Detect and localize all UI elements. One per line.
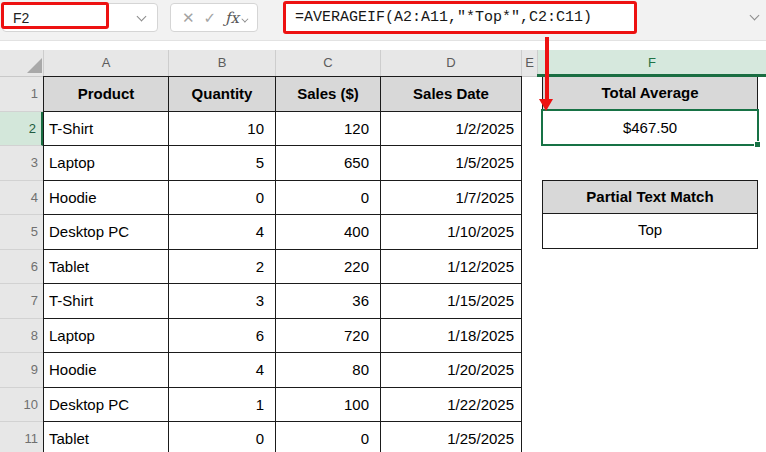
cell[interactable]: 1/15/2025 bbox=[381, 284, 522, 319]
chevron-down-icon bbox=[241, 15, 248, 22]
table-row: Desktop PC 4 400 1/10/2025 bbox=[44, 215, 522, 250]
selected-cell-f2[interactable]: $467.50 bbox=[541, 109, 759, 146]
name-box[interactable]: F2 bbox=[2, 3, 158, 32]
column-header-d[interactable]: D bbox=[380, 50, 521, 76]
enter-icon[interactable]: ✓ bbox=[203, 10, 216, 25]
cell[interactable]: 1/7/2025 bbox=[381, 180, 522, 215]
cell[interactable]: 650 bbox=[276, 146, 381, 181]
cell[interactable]: Desktop PC bbox=[44, 215, 169, 250]
cell[interactable]: 1/12/2025 bbox=[381, 249, 522, 284]
selected-column-underline bbox=[537, 74, 766, 78]
cell[interactable]: 2 bbox=[169, 249, 276, 284]
cell[interactable]: 100 bbox=[276, 387, 381, 422]
table-header-cell[interactable]: Sales Date bbox=[381, 77, 522, 112]
row-header-10[interactable]: 10 bbox=[0, 388, 43, 423]
row-header-2[interactable]: 2 bbox=[0, 112, 43, 147]
fx-icon: ƒx bbox=[225, 9, 239, 27]
cell[interactable]: 4 bbox=[169, 353, 276, 388]
criteria-block: Partial Text Match Top bbox=[542, 180, 758, 249]
spreadsheet-app: F2 ✕ ✓ ƒx =AVERAGEIF(A2:A11,"*Top*",C2:C… bbox=[0, 0, 766, 452]
column-header-e[interactable]: E bbox=[521, 50, 537, 76]
cell[interactable]: 220 bbox=[276, 249, 381, 284]
cell[interactable]: 1/22/2025 bbox=[381, 387, 522, 422]
formula-toolbar: F2 ✕ ✓ ƒx =AVERAGEIF(A2:A11,"*Top*",C2:C… bbox=[0, 0, 766, 41]
column-header-b[interactable]: B bbox=[168, 50, 275, 76]
row-header-1[interactable]: 1 bbox=[0, 77, 43, 112]
table-header-cell[interactable]: Quantity bbox=[169, 77, 276, 112]
fill-handle[interactable] bbox=[754, 141, 761, 148]
cell[interactable]: 5 bbox=[169, 146, 276, 181]
row-header-9[interactable]: 9 bbox=[0, 353, 43, 388]
cell[interactable]: Tablet bbox=[44, 249, 169, 284]
name-box-value: F2 bbox=[13, 4, 29, 32]
table-header-row: Product Quantity Sales ($) Sales Date bbox=[44, 77, 522, 112]
cell[interactable]: 0 bbox=[169, 180, 276, 215]
cell[interactable]: T-Shirt bbox=[44, 284, 169, 319]
row-header-6[interactable]: 6 bbox=[0, 250, 43, 285]
cell[interactable]: 1/10/2025 bbox=[381, 215, 522, 250]
cell[interactable]: 0 bbox=[276, 180, 381, 215]
cell[interactable]: Laptop bbox=[44, 318, 169, 353]
annotation-arrow-line bbox=[545, 37, 549, 101]
cell[interactable]: 1 bbox=[169, 387, 276, 422]
cell[interactable]: 1/18/2025 bbox=[381, 318, 522, 353]
row-header-8[interactable]: 8 bbox=[0, 319, 43, 354]
cell[interactable]: 120 bbox=[276, 111, 381, 146]
row-header-5[interactable]: 5 bbox=[0, 215, 43, 250]
cancel-icon[interactable]: ✕ bbox=[182, 10, 195, 25]
total-average-value: $467.50 bbox=[623, 119, 677, 136]
table-row: Hoodie 0 0 1/7/2025 bbox=[44, 180, 522, 215]
formula-bar-expand-icon[interactable] bbox=[750, 11, 760, 21]
cell[interactable]: Laptop bbox=[44, 146, 169, 181]
table-row: Tablet 2 220 1/12/2025 bbox=[44, 249, 522, 284]
table-row: T-Shirt 10 120 1/2/2025 bbox=[44, 111, 522, 146]
insert-function-button[interactable]: ƒx bbox=[225, 9, 246, 27]
chevron-down-icon[interactable] bbox=[137, 12, 147, 22]
column-header-c[interactable]: C bbox=[275, 50, 380, 76]
table-row: Laptop 6 720 1/18/2025 bbox=[44, 318, 522, 353]
partial-text-match-header-cell[interactable]: Partial Text Match bbox=[542, 180, 758, 215]
row-header-7[interactable]: 7 bbox=[0, 284, 43, 319]
table-header-cell[interactable]: Sales ($) bbox=[276, 77, 381, 112]
cell[interactable]: 4 bbox=[169, 215, 276, 250]
table-header-cell[interactable]: Product bbox=[44, 77, 169, 112]
cell[interactable]: 1/5/2025 bbox=[381, 146, 522, 181]
cell[interactable]: 0 bbox=[169, 422, 276, 452]
table-row: T-Shirt 3 36 1/15/2025 bbox=[44, 284, 522, 319]
cell[interactable]: 80 bbox=[276, 353, 381, 388]
table-row: Hoodie 4 80 1/20/2025 bbox=[44, 353, 522, 388]
table-row: Tablet 0 0 1/25/2025 bbox=[44, 422, 522, 452]
formula-text: =AVERAGEIF(A2:A11,"*Top*",C2:C11) bbox=[286, 9, 592, 26]
cell[interactable]: 6 bbox=[169, 318, 276, 353]
criteria-value-cell[interactable]: Top bbox=[542, 214, 758, 249]
data-table: Product Quantity Sales ($) Sales Date T-… bbox=[43, 76, 522, 452]
cell[interactable]: 0 bbox=[276, 422, 381, 452]
total-average-header-cell[interactable]: Total Average bbox=[542, 76, 758, 111]
cell[interactable]: 1/25/2025 bbox=[381, 422, 522, 452]
column-header-a[interactable]: A bbox=[43, 50, 168, 76]
row-header-band: 1 2 3 4 5 6 7 8 9 10 11 bbox=[0, 77, 43, 452]
row-header-11[interactable]: 11 bbox=[0, 422, 43, 452]
column-header-f[interactable]: F bbox=[537, 50, 766, 76]
cell[interactable]: 10 bbox=[169, 111, 276, 146]
cell[interactable]: Desktop PC bbox=[44, 387, 169, 422]
row-header-4[interactable]: 4 bbox=[0, 181, 43, 216]
select-all-triangle-icon bbox=[27, 58, 42, 73]
cell[interactable]: Hoodie bbox=[44, 180, 169, 215]
cell[interactable]: 1/2/2025 bbox=[381, 111, 522, 146]
cell[interactable]: Tablet bbox=[44, 422, 169, 452]
select-all-corner[interactable] bbox=[0, 50, 43, 76]
formula-buttons-group: ✕ ✓ ƒx bbox=[170, 3, 258, 32]
row-header-3[interactable]: 3 bbox=[0, 146, 43, 181]
table-row: Desktop PC 1 100 1/22/2025 bbox=[44, 387, 522, 422]
cell[interactable]: 720 bbox=[276, 318, 381, 353]
cell[interactable]: 3 bbox=[169, 284, 276, 319]
cell[interactable]: 36 bbox=[276, 284, 381, 319]
cell[interactable]: Hoodie bbox=[44, 353, 169, 388]
cell[interactable]: T-Shirt bbox=[44, 111, 169, 146]
table-row: Laptop 5 650 1/5/2025 bbox=[44, 146, 522, 181]
cell[interactable]: 1/20/2025 bbox=[381, 353, 522, 388]
annotation-arrow-head-icon bbox=[539, 99, 553, 111]
cell[interactable]: 400 bbox=[276, 215, 381, 250]
formula-bar[interactable]: =AVERAGEIF(A2:A11,"*Top*",C2:C11) bbox=[283, 1, 637, 34]
